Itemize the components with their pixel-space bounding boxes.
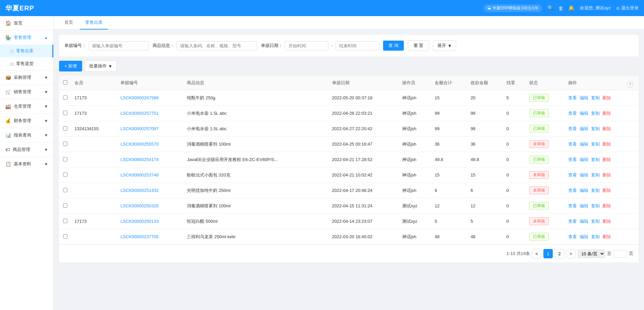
copy-link-7[interactable]: 复制 xyxy=(591,203,600,209)
bell-icon[interactable]: 🔔 xyxy=(568,5,575,11)
doc-no-input[interactable] xyxy=(88,41,149,50)
row-amount-3: 36 xyxy=(431,137,467,152)
delete-link-7[interactable]: 删除 xyxy=(602,203,611,209)
row-checkbox-7[interactable] xyxy=(63,203,67,208)
edit-link-2[interactable]: 编辑 xyxy=(580,126,588,132)
copy-link-2[interactable]: 复制 xyxy=(591,126,600,132)
delete-link-5[interactable]: 删除 xyxy=(602,172,611,178)
view-link-0[interactable]: 查看 xyxy=(568,95,577,101)
edit-link-1[interactable]: 编辑 xyxy=(580,110,588,116)
delete-link-4[interactable]: 删除 xyxy=(602,157,611,163)
tab-retail-out[interactable]: 零售出库 xyxy=(80,16,108,30)
search-icon[interactable]: 🔍 xyxy=(547,5,554,11)
edit-link-7[interactable]: 编辑 xyxy=(580,203,588,209)
edit-link-0[interactable]: 编辑 xyxy=(580,95,588,101)
row-checkbox-1[interactable] xyxy=(63,111,67,115)
row-checkbox-3[interactable] xyxy=(63,142,67,146)
view-link-9[interactable]: 查看 xyxy=(568,234,577,240)
edit-link-6[interactable]: 编辑 xyxy=(580,188,588,194)
edit-link-5[interactable]: 编辑 xyxy=(580,172,588,178)
copy-link-1[interactable]: 复制 xyxy=(591,110,600,116)
action-bar: + 新增 批量操作 ▼ xyxy=(59,60,639,72)
next-page-button[interactable]: > xyxy=(566,249,576,258)
sidebar-item-finance[interactable]: 💰 财务管理 ▼ xyxy=(0,114,53,128)
basic-icon: 📋 xyxy=(5,161,11,167)
warehouse-icon: 🏭 xyxy=(5,104,11,109)
content-area: 首页 零售出库 单据编号： 商品信息： 单据日期： xyxy=(54,16,644,310)
delete-link-8[interactable]: 删除 xyxy=(602,218,611,224)
sidebar-item-retail-out[interactable]: □ 零售出库 xyxy=(0,45,53,57)
sidebar-item-product[interactable]: 🏷 商品管理 ▼ xyxy=(0,143,53,157)
sidebar-item-basic[interactable]: 📋 基本资料 ▼ xyxy=(0,157,53,171)
delete-link-2[interactable]: 删除 xyxy=(602,126,611,132)
edit-link-3[interactable]: 编辑 xyxy=(580,141,588,147)
select-all-checkbox[interactable] xyxy=(63,80,67,85)
copy-link-8[interactable]: 复制 xyxy=(591,218,600,224)
copy-link-4[interactable]: 复制 xyxy=(591,157,600,163)
row-checkbox-4[interactable] xyxy=(63,157,67,161)
delete-icon[interactable]: 🗑 xyxy=(558,5,564,11)
row-product-2: 小米电水壶 1.5L abc xyxy=(183,121,328,137)
edit-link-8[interactable]: 编辑 xyxy=(580,218,588,224)
sidebar-item-retail[interactable]: 🏪 零售管理 ▲ xyxy=(0,31,53,45)
row-change-8: 0 xyxy=(503,214,526,229)
delete-link-6[interactable]: 删除 xyxy=(602,188,611,194)
view-link-1[interactable]: 查看 xyxy=(568,110,577,116)
sidebar-item-retail-return[interactable]: □ 零售退货 xyxy=(0,57,53,70)
date-start-input[interactable] xyxy=(285,41,328,50)
row-checkbox-0[interactable] xyxy=(63,95,67,100)
view-link-7[interactable]: 查看 xyxy=(568,203,577,209)
add-button[interactable]: + 新增 xyxy=(59,61,82,71)
logout-button[interactable]: ⊙ 退出登录 xyxy=(616,5,639,11)
expand-button[interactable]: 展开 ▼ xyxy=(433,40,456,51)
delete-link-9[interactable]: 删除 xyxy=(602,234,611,240)
sidebar-item-purchase[interactable]: 📦 采购管理 ▼ xyxy=(0,70,53,85)
batch-button[interactable]: 批量操作 ▼ xyxy=(85,60,117,72)
sidebar-item-sales[interactable]: 🛒 销售管理 ▼ xyxy=(0,85,53,99)
sidebar-item-report[interactable]: 📊 报表查询 ▼ xyxy=(0,128,53,142)
table-row: 17173 LSCK00000257751 小米电水壶 1.5L abc 202… xyxy=(59,106,639,121)
edit-link-9[interactable]: 编辑 xyxy=(580,234,588,240)
promo-badge[interactable]: 🌤 华夏ERP网络版100元/1年 xyxy=(484,4,542,12)
tab-home[interactable]: 首页 xyxy=(59,16,78,30)
tabs-bar: 首页 零售出库 xyxy=(54,16,644,30)
page-1-button[interactable]: 1 xyxy=(543,249,553,258)
row-checkbox-6[interactable] xyxy=(63,188,67,192)
row-checkbox-2[interactable] xyxy=(63,126,67,131)
copy-link-6[interactable]: 复制 xyxy=(591,188,600,194)
copy-link-0[interactable]: 复制 xyxy=(591,95,600,101)
page-2-button[interactable]: 2 xyxy=(555,249,564,258)
page-jump-input[interactable] xyxy=(613,250,627,258)
sidebar-item-warehouse[interactable]: 🏭 仓库管理 ▼ xyxy=(0,99,53,113)
view-link-3[interactable]: 查看 xyxy=(568,141,577,147)
page-size-select[interactable]: 10 条/页 20 条/页 50 条/页 xyxy=(578,250,605,258)
view-link-2[interactable]: 查看 xyxy=(568,126,577,132)
delete-link-1[interactable]: 删除 xyxy=(602,110,611,116)
delete-link-0[interactable]: 删除 xyxy=(602,95,611,101)
copy-link-3[interactable]: 复制 xyxy=(591,141,600,147)
prev-page-button[interactable]: < xyxy=(532,249,541,258)
tab-retail-out-label: 零售出库 xyxy=(85,19,103,25)
reset-button[interactable]: 重 置 xyxy=(408,40,429,51)
row-checkbox-5[interactable] xyxy=(63,172,67,177)
edit-link-4[interactable]: 编辑 xyxy=(580,157,588,163)
row-checkbox-8[interactable] xyxy=(63,219,67,223)
sidebar-item-home[interactable]: 🏠 首页 xyxy=(0,16,53,30)
row-amount-2: 99 xyxy=(431,121,467,137)
row-checkbox-cell xyxy=(59,198,71,214)
row-checkbox-9[interactable] xyxy=(63,234,67,239)
main-layout: 🏠 首页 🏪 零售管理 ▲ □ 零售出库 □ 零售退货 📦 采购管理 ▼ 🛒 销… xyxy=(0,16,644,310)
date-end-input[interactable] xyxy=(335,41,379,50)
query-button[interactable]: 查 询 xyxy=(383,41,404,51)
copy-link-5[interactable]: 复制 xyxy=(591,172,600,178)
view-link-5[interactable]: 查看 xyxy=(568,172,577,178)
view-link-8[interactable]: 查看 xyxy=(568,218,577,224)
table-row: 17173 LSCK00000250133 恒冠白醋 500ml 2022-04… xyxy=(59,214,639,229)
copy-link-9[interactable]: 复制 xyxy=(591,234,600,240)
product-input[interactable] xyxy=(176,41,257,50)
view-link-4[interactable]: 查看 xyxy=(568,157,577,163)
view-link-6[interactable]: 查看 xyxy=(568,188,577,194)
delete-link-3[interactable]: 删除 xyxy=(602,141,611,147)
help-icon[interactable]: ? xyxy=(627,81,633,88)
row-amount-9: 48 xyxy=(431,229,467,245)
